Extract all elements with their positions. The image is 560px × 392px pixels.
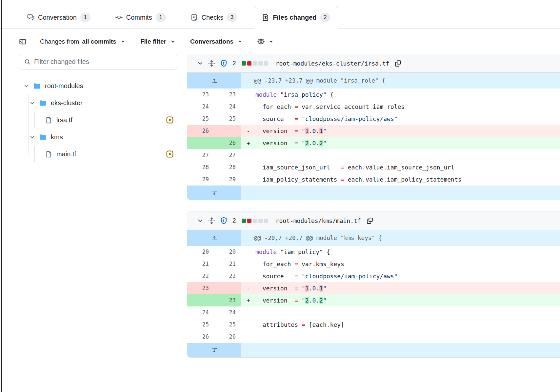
file-filter-dropdown[interactable]: File filter: [140, 38, 176, 45]
diffstat-neutral-square: [258, 219, 263, 223]
diff-panel-root-modules-eks-cluster-irsa-tf: 2 root-modules/eks-cluster/irsa.tf @@ -2…: [187, 54, 560, 200]
copy-path-button[interactable]: [395, 60, 401, 67]
tree-item-label: root-modules: [45, 82, 83, 90]
unfold-icon: [208, 217, 215, 224]
expand-down-button[interactable]: [187, 186, 241, 200]
tree-connector-line: [29, 94, 29, 155]
diff-list: 2 root-modules/eks-cluster/irsa.tf @@ -2…: [187, 54, 560, 358]
tab-files-changed[interactable]: Files changed2: [254, 6, 338, 29]
tab-label: Files changed: [273, 14, 316, 21]
diff-marker: -: [241, 282, 255, 294]
chevron-down-icon: [197, 60, 203, 67]
conversations-label: Conversations: [190, 38, 233, 45]
new-line-number: 27: [214, 149, 241, 161]
diff-marker: [241, 149, 255, 161]
diff-line-context: 23 23 module "irsa_policy" {: [187, 88, 560, 101]
diff-marker: [241, 173, 255, 186]
expand-all-button[interactable]: [208, 217, 215, 224]
expand-all-button[interactable]: [208, 60, 215, 67]
filter-changed-files-input[interactable]: [34, 58, 172, 66]
hunk-header-text: @@ -23,7 +23,7 @@ module "irsa_role" {: [241, 73, 560, 88]
tree-item-label: kms: [51, 133, 63, 141]
diff-table: @@ -23,7 +23,7 @@ module "irsa_role" { 2…: [187, 73, 560, 200]
diff-line-context: 29 29 iam_policy_statements = each.value…: [187, 173, 560, 186]
diffstat: [242, 61, 268, 66]
tree-item-label: main.tf: [56, 150, 76, 158]
tab-commits[interactable]: Commits1: [107, 6, 174, 29]
diff-marker: [241, 246, 255, 258]
conversations-dropdown[interactable]: Conversations: [190, 38, 244, 45]
diff-marker: [241, 331, 255, 343]
folder-icon: [39, 99, 47, 107]
old-line-number: 23: [187, 88, 214, 101]
diff-line-context: 27 27: [187, 149, 560, 161]
tab-conversation[interactable]: Conversation1: [19, 6, 99, 29]
diff-file-header: 2 root-modules/eks-cluster/irsa.tf: [187, 54, 560, 73]
old-line-number: 28: [187, 161, 214, 173]
diff-settings-dropdown[interactable]: [257, 38, 275, 45]
expand-up-button[interactable]: [187, 73, 241, 88]
collapse-diff-button[interactable]: [197, 60, 203, 67]
diffstat-added-square: [242, 219, 246, 223]
tree-item-main-tf[interactable]: main.tf: [19, 146, 177, 163]
code-line: source = "cloudposse/iam-policy/aws": [255, 113, 560, 125]
code-line: module "irsa_policy" {: [255, 88, 560, 101]
pr-files-changed-page: Conversation1Commits1Checks3Files change…: [0, 0, 560, 358]
code-line: [255, 149, 560, 161]
caret-down-icon: [169, 38, 176, 45]
fold-up-icon: [211, 235, 217, 241]
file-icon: [45, 151, 52, 158]
file-filter-label: File filter: [140, 38, 166, 45]
file-path: root-modules/kms/main.tf: [276, 217, 361, 224]
tree-item-kms[interactable]: kms: [19, 128, 177, 146]
collapse-diff-button[interactable]: [197, 218, 203, 224]
window-edge: [1, 0, 2, 392]
diff-file-header: 2 root-modules/kms/main.tf: [187, 211, 560, 230]
diff-line-added: 23 + version = "2.0.2": [187, 294, 560, 306]
diffstat-neutral-square: [258, 61, 263, 66]
tree-item-root-modules[interactable]: root-modules: [19, 77, 177, 94]
fold-up-icon: [211, 78, 217, 84]
tree-item-irsa-tf[interactable]: irsa.tf: [19, 111, 177, 128]
tree-item-eks-cluster[interactable]: eks-cluster: [19, 94, 177, 111]
diffstat: [242, 219, 268, 223]
file-filter-box: [19, 54, 177, 69]
old-line-number: [187, 137, 214, 149]
old-line-number: 25: [187, 319, 214, 331]
new-line-number: [214, 282, 241, 294]
new-line-number: 21: [214, 258, 241, 270]
panel-collapse-icon: [19, 38, 26, 45]
expand-up-button[interactable]: [187, 230, 241, 246]
tree-connector-line: [34, 146, 35, 162]
expander-row: [187, 343, 560, 357]
file-tree-sidebar: root-moduleseks-clusterirsa.tfkmsmain.tf: [19, 54, 177, 163]
tab-label: Commits: [126, 14, 152, 21]
chevron-down-icon: [197, 218, 203, 224]
copy-path-button[interactable]: [367, 217, 373, 224]
copy-icon: [367, 217, 373, 224]
code-line: source = "cloudposse/iam-policy/aws": [255, 270, 560, 282]
tree-item-label: irsa.tf: [56, 116, 72, 124]
shield-lock-icon: [220, 60, 228, 67]
chevron-down-icon: [30, 134, 35, 140]
diffstat-neutral-square: [264, 219, 268, 223]
tree-item-label: eks-cluster: [51, 99, 83, 107]
tab-counter: 1: [80, 13, 90, 22]
new-line-number: 25: [214, 319, 241, 331]
old-line-number: 24: [187, 306, 214, 319]
tab-checks[interactable]: Checks3: [183, 6, 246, 29]
diff-line-context: 24 24 for_each = var.service_account_iam…: [187, 101, 560, 113]
old-line-number: 26: [187, 331, 214, 343]
changes-from-dropdown[interactable]: Changes from all commits: [40, 38, 127, 45]
collapse-sidebar-button[interactable]: [19, 38, 26, 45]
content-area: root-moduleseks-clusterirsa.tfkmsmain.tf…: [0, 45, 560, 358]
code-line: module "iam_policy" {: [255, 246, 560, 258]
caret-down-icon: [119, 38, 127, 45]
expand-down-button[interactable]: [187, 343, 241, 357]
new-line-number: 25: [214, 113, 241, 125]
diffstat-deleted-square: [247, 61, 251, 66]
new-line-number: 24: [214, 306, 241, 319]
diff-line-context: 24 24: [187, 306, 560, 319]
diff-line-context: 20 20 module "iam_policy" {: [187, 246, 560, 258]
changes-from-value: all commits: [82, 38, 116, 45]
